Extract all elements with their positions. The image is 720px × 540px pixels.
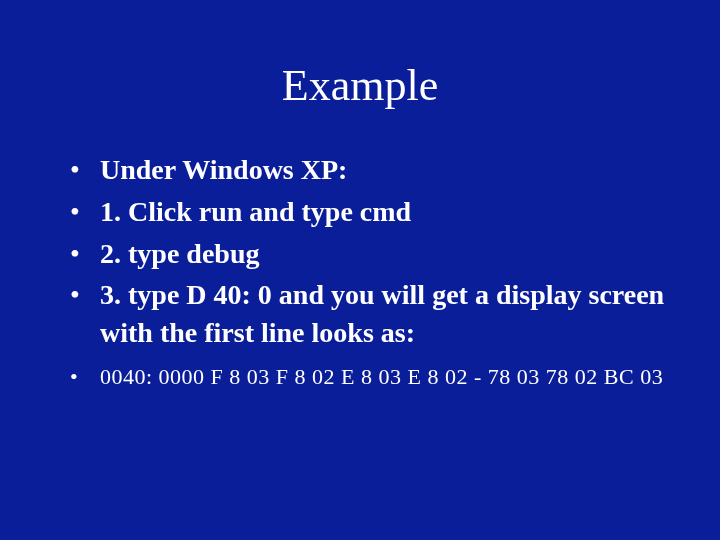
code-line-item: 0040: 0000 F 8 03 F 8 02 E 8 03 E 8 02 -… [70,362,680,392]
list-item: 3. type D 40: 0 and you will get a displ… [70,276,680,352]
bullet-list: Under Windows XP: 1. Click run and type … [40,151,680,392]
hex-dump-line: 0040: 0000 F 8 03 F 8 02 E 8 03 E 8 02 -… [100,362,680,392]
slide-title: Example [40,60,680,111]
list-item: Under Windows XP: [70,151,680,189]
list-item: 2. type debug [70,235,680,273]
list-item: 1. Click run and type cmd [70,193,680,231]
